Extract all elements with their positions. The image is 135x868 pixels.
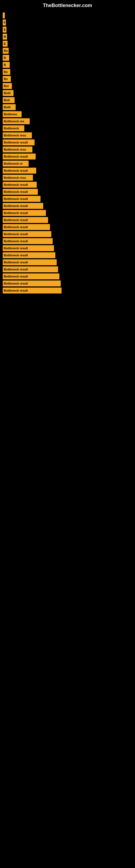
bar-row: Bottleneck result <box>3 267 135 272</box>
bar-label-39: Bottleneck result <box>4 289 28 292</box>
site-title: TheBottlenecker.com <box>0 0 135 10</box>
bar-row: Bottleneck result <box>3 140 135 145</box>
bar-label-34: Bottleneck result <box>4 254 28 257</box>
bar-label-12: Bott <box>4 98 10 102</box>
bar-5: Bo <box>3 48 9 54</box>
bar-12: Bott <box>3 97 14 103</box>
bar-row: Bottleneck result <box>3 154 135 159</box>
bar-label-7: B <box>4 63 6 66</box>
bar-row: Bottleneck resu <box>3 147 135 152</box>
bar-label-26: Bottleneck result <box>4 197 28 200</box>
bar-10: Bot <box>3 83 12 89</box>
bar-row: Bottleneck result <box>3 189 135 195</box>
bar-35: Bottleneck result <box>3 259 57 265</box>
bar-row: Bottleneck resu <box>3 132 135 138</box>
bar-row: Bottleneck result <box>3 280 135 286</box>
bar-30: Bottleneck result <box>3 224 50 230</box>
bar-row: Bottleneck result <box>3 287 135 293</box>
bar-33: Bottleneck result <box>3 245 54 251</box>
bar-32: Bottleneck result <box>3 238 53 244</box>
bar-row: E <box>3 41 135 46</box>
bar-label-3: B <box>4 35 6 38</box>
bar-24: Bottleneck result <box>3 182 37 188</box>
bar-label-35: Bottleneck result <box>4 261 28 264</box>
bar-row: Bo <box>3 69 135 75</box>
bar-label-32: Bottleneck result <box>4 240 28 243</box>
bar-label-36: Bottleneck result <box>4 268 28 271</box>
bar-26: Bottleneck result <box>3 196 41 202</box>
bar-19: Bottleneck resu <box>3 147 32 152</box>
bar-label-21: Bottleneck re <box>4 162 23 165</box>
bar-row: Bottleneck result <box>3 245 135 251</box>
bar-row: Bottlenec <box>3 111 135 117</box>
bar-row: Bottleneck resu <box>3 175 135 181</box>
bar-label-23: Bottleneck resu <box>4 176 26 179</box>
bar-label-15: Bottleneck res <box>4 120 24 123</box>
bar-row: Bottleneck result <box>3 196 135 202</box>
bar-label-14: Bottlenec <box>4 113 17 116</box>
bar-22: Bottleneck result <box>3 167 36 174</box>
bar-27: Bottleneck result <box>3 203 43 209</box>
bar-20: Bottleneck result <box>3 154 36 159</box>
bar-label-24: Bottleneck result <box>4 183 28 186</box>
bar-row: Bottleneck result <box>3 217 135 223</box>
bar-label-37: Bottleneck result <box>4 275 28 278</box>
bar-label-13: Bottl <box>4 105 10 109</box>
bar-13: Bottl <box>3 104 16 110</box>
bar-row: Bo <box>3 48 135 54</box>
bar-label-27: Bottleneck result <box>4 204 28 208</box>
bar-row: Bottl <box>3 90 135 96</box>
bar-row: Bottleneck result <box>3 182 135 188</box>
bar-row: Bottleneck result <box>3 238 135 244</box>
bar-7: B <box>3 62 10 68</box>
bar-row: Bottleneck result <box>3 203 135 209</box>
bar-row: Bott <box>3 97 135 103</box>
bars-container: FEBEBoBBBoBoBotBottlBottBottlBottlenecBo… <box>0 10 135 294</box>
bar-37: Bottleneck result <box>3 273 59 279</box>
bar-6: B <box>3 55 9 61</box>
bar-label-4: E <box>4 42 6 45</box>
bar-row: Bottleneck result <box>3 273 135 279</box>
bar-28: Bottleneck result <box>3 210 46 216</box>
bar-11: Bottl <box>3 90 13 96</box>
bar-label-18: Bottleneck result <box>4 141 28 144</box>
bar-1: F <box>3 20 6 26</box>
bar-row <box>3 12 135 19</box>
bar-2: E <box>3 27 6 33</box>
bar-0 <box>3 12 5 19</box>
bar-row: B <box>3 62 135 68</box>
bar-row: Bottleneck result <box>3 224 135 230</box>
bar-row: Bottleneck result <box>3 167 135 174</box>
bar-29: Bottleneck result <box>3 217 48 223</box>
bar-label-19: Bottleneck resu <box>4 148 26 151</box>
bar-row: B <box>3 34 135 40</box>
bar-25: Bottleneck result <box>3 189 38 195</box>
bar-8: Bo <box>3 69 10 75</box>
bar-row: F <box>3 20 135 26</box>
bar-label-38: Bottleneck result <box>4 282 28 285</box>
bar-label-33: Bottleneck result <box>4 247 28 250</box>
bar-16: Bottleneck <box>3 125 24 131</box>
bar-row: Bottleneck result <box>3 210 135 216</box>
bar-label-5: Bo <box>4 49 8 52</box>
bar-36: Bottleneck result <box>3 267 58 272</box>
bar-17: Bottleneck resu <box>3 132 32 138</box>
bar-row: Bottleneck result <box>3 259 135 265</box>
bar-label-29: Bottleneck result <box>4 218 28 222</box>
bar-row: Bottleneck res <box>3 118 135 124</box>
bar-label-8: Bo <box>4 70 8 73</box>
bar-label-1: F <box>4 21 6 24</box>
bar-row: Bottleneck result <box>3 252 135 258</box>
bar-9: Bo <box>3 76 11 82</box>
bar-14: Bottlenec <box>3 111 21 117</box>
bar-label-28: Bottleneck result <box>4 211 28 215</box>
bar-row: Bottleneck result <box>3 231 135 237</box>
bar-label-22: Bottleneck result <box>4 169 28 172</box>
bar-label-2: E <box>4 28 6 31</box>
bar-21: Bottleneck re <box>3 161 29 166</box>
bar-label-9: Bo <box>4 77 8 81</box>
bar-4: E <box>3 41 8 46</box>
bar-label-20: Bottleneck result <box>4 155 28 158</box>
bar-34: Bottleneck result <box>3 252 55 258</box>
bar-18: Bottleneck result <box>3 140 35 145</box>
